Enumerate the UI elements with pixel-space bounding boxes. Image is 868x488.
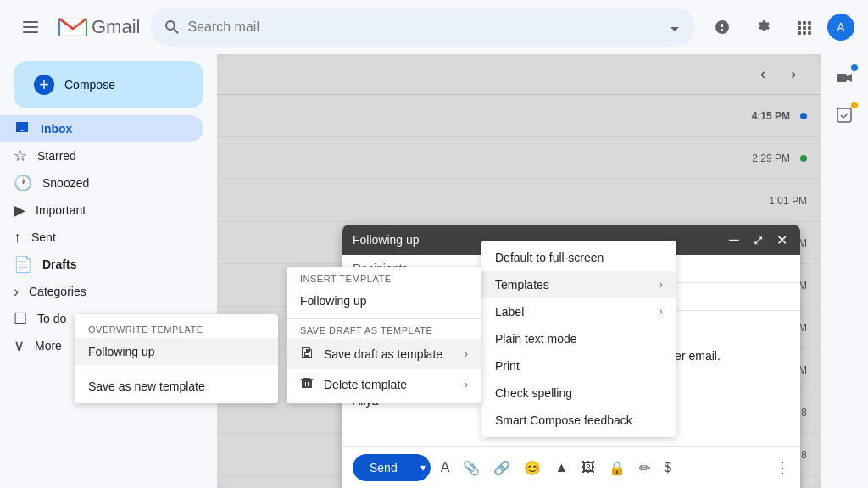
ctx-plain-text-label: Plain text mode bbox=[495, 332, 663, 346]
drive-button[interactable]: ▲ bbox=[551, 457, 571, 479]
svg-rect-5 bbox=[808, 21, 811, 25]
compose-label: Compose bbox=[64, 78, 115, 92]
emoji-button[interactable]: 😊 bbox=[520, 457, 544, 480]
search-bar[interactable] bbox=[150, 8, 695, 47]
ctx-templates[interactable]: Templates › bbox=[481, 271, 676, 298]
svg-rect-2 bbox=[23, 31, 38, 33]
lock-button[interactable]: 🔒 bbox=[605, 457, 629, 480]
ctx-check-spelling-label: Check spelling bbox=[495, 386, 663, 400]
save-draft-as-template[interactable]: Save draft as template › bbox=[287, 339, 481, 369]
overwrite-header: OVERWRITE TEMPLATE bbox=[75, 318, 278, 338]
hamburger-button[interactable] bbox=[14, 10, 47, 44]
svg-rect-12 bbox=[837, 74, 847, 82]
label-chevron-icon: › bbox=[659, 306, 663, 318]
send-button[interactable]: Send bbox=[353, 454, 415, 481]
ctx-print[interactable]: Print bbox=[481, 352, 676, 380]
help-button[interactable] bbox=[705, 10, 739, 44]
delete-template-label: Delete template bbox=[324, 378, 454, 391]
link-button[interactable]: 🔗 bbox=[490, 457, 514, 480]
avatar[interactable]: A bbox=[827, 14, 854, 41]
compose-button[interactable]: + Compose bbox=[14, 61, 203, 108]
save-draft-label: Save draft as template bbox=[324, 347, 454, 361]
settings-button[interactable] bbox=[746, 10, 780, 44]
ctx-default-fullscreen-label: Default to full-screen bbox=[495, 251, 663, 264]
sidebar-item-inbox[interactable]: Inbox bbox=[0, 115, 203, 142]
right-panel-meet-button[interactable] bbox=[827, 61, 861, 95]
minimize-button[interactable]: ─ bbox=[726, 231, 743, 248]
fullscreen-button[interactable]: ⤢ bbox=[749, 231, 766, 248]
inbox-label: Inbox bbox=[41, 122, 190, 136]
overwrite-following-up[interactable]: Following up bbox=[75, 338, 278, 365]
dollar-button[interactable]: $ bbox=[660, 457, 675, 479]
attach-button[interactable]: 📎 bbox=[459, 457, 483, 480]
important-label: Important bbox=[36, 203, 190, 217]
save-draft-icon bbox=[300, 346, 314, 363]
compose-title: Following up bbox=[353, 233, 420, 247]
svg-rect-9 bbox=[798, 31, 801, 35]
format-button[interactable]: A bbox=[437, 457, 453, 479]
sidebar-item-important[interactable]: ▶ Important bbox=[0, 197, 203, 224]
starred-label: Starred bbox=[37, 149, 190, 163]
svg-rect-7 bbox=[803, 26, 806, 30]
save-as-new-label: Save as new template bbox=[88, 380, 264, 393]
ctx-smart-compose[interactable]: Smart Compose feedback bbox=[481, 407, 676, 434]
template-following-up[interactable]: Following up bbox=[287, 287, 481, 314]
sidebar-item-categories[interactable]: › Categories bbox=[0, 278, 203, 305]
svg-rect-11 bbox=[808, 31, 811, 35]
important-icon: ▶ bbox=[14, 201, 25, 219]
apps-button[interactable] bbox=[787, 10, 821, 44]
svg-rect-3 bbox=[798, 21, 801, 25]
send-group: Send ▾ bbox=[353, 454, 431, 481]
ctx-plain-text[interactable]: Plain text mode bbox=[481, 325, 676, 352]
ctx-smart-compose-label: Smart Compose feedback bbox=[495, 413, 663, 427]
snoozed-label: Snoozed bbox=[42, 176, 190, 190]
search-input[interactable] bbox=[187, 19, 658, 35]
sidebar-item-starred[interactable]: ☆ Starred bbox=[0, 142, 203, 169]
drafts-icon: 📄 bbox=[14, 255, 32, 274]
sidebar-item-sent[interactable]: ↑ Sent bbox=[0, 224, 203, 251]
save-as-new-template[interactable]: Save as new template bbox=[75, 373, 278, 400]
sent-icon: ↑ bbox=[14, 229, 21, 247]
starred-icon: ☆ bbox=[14, 147, 27, 165]
template-submenu: INSERT TEMPLATE Following up SAVE DRAFT … bbox=[287, 267, 481, 403]
save-draft-header: SAVE DRAFT AS TEMPLATE bbox=[287, 322, 481, 339]
drafts-label: Drafts bbox=[42, 258, 190, 271]
svg-rect-0 bbox=[23, 21, 38, 23]
templates-chevron-icon: › bbox=[659, 279, 663, 291]
content-area: ‹ › 4:15 PM 2:29 PM 1:01 PM 11:51 AM 8:3… bbox=[217, 54, 821, 488]
more-icon: ∨ bbox=[14, 336, 25, 355]
search-dropdown-icon[interactable] bbox=[665, 19, 682, 36]
more-options-button[interactable]: ⋮ bbox=[775, 458, 790, 477]
overwrite-submenu: OVERWRITE TEMPLATE Following up Save as … bbox=[75, 314, 278, 403]
close-compose-button[interactable]: ✕ bbox=[773, 231, 790, 248]
send-dropdown-button[interactable]: ▾ bbox=[415, 454, 431, 481]
image-button[interactable]: 🖼 bbox=[578, 457, 598, 479]
categories-label: Categories bbox=[29, 285, 190, 298]
sidebar-item-snoozed[interactable]: 🕐 Snoozed bbox=[0, 169, 203, 197]
todo-icon: ☐ bbox=[14, 309, 27, 328]
ctx-label[interactable]: Label › bbox=[481, 298, 676, 325]
right-panel-tasks-button[interactable] bbox=[827, 98, 861, 132]
sidebar: + Compose Inbox ☆ Starred 🕐 Snoozed ▶ Im… bbox=[0, 54, 217, 488]
ctx-default-fullscreen[interactable]: Default to full-screen bbox=[481, 244, 676, 271]
categories-icon: › bbox=[14, 283, 19, 301]
overwrite-divider bbox=[75, 369, 278, 369]
gmail-text: Gmail bbox=[92, 16, 140, 38]
ctx-label-label: Label bbox=[495, 305, 649, 319]
svg-rect-1 bbox=[23, 26, 38, 28]
sent-label: Sent bbox=[31, 230, 190, 244]
svg-rect-4 bbox=[803, 21, 806, 25]
delete-template-icon bbox=[300, 376, 314, 393]
delete-template[interactable]: Delete template › bbox=[287, 369, 481, 400]
svg-rect-6 bbox=[798, 26, 801, 30]
sidebar-item-drafts[interactable]: 📄 Drafts bbox=[0, 251, 203, 278]
gmail-logo: Gmail bbox=[58, 15, 140, 39]
main-context-menu: Default to full-screen Templates › Label… bbox=[481, 241, 676, 437]
svg-rect-10 bbox=[803, 31, 806, 35]
ctx-check-spelling[interactable]: Check spelling bbox=[481, 380, 676, 407]
template-following-up-label: Following up bbox=[300, 294, 468, 308]
signature-button[interactable]: ✏ bbox=[636, 457, 654, 480]
overwrite-following-up-label: Following up bbox=[88, 345, 264, 358]
main-layout: + Compose Inbox ☆ Starred 🕐 Snoozed ▶ Im… bbox=[0, 54, 868, 488]
template-divider bbox=[287, 318, 481, 319]
